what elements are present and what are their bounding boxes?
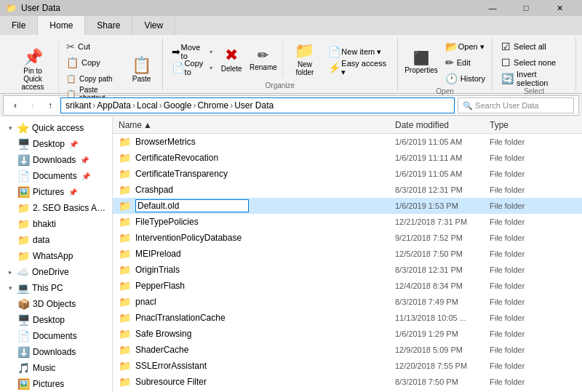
back-button[interactable]: ‹: [8, 98, 23, 113]
path-local[interactable]: Local: [137, 100, 158, 111]
tab-file[interactable]: File: [0, 16, 38, 35]
path-appdata[interactable]: AppData: [97, 100, 131, 111]
sidebar-item-onedrive[interactable]: ▸ ☁️ OneDrive: [0, 264, 112, 280]
table-row[interactable]: 📁CertificateRevocation1/6/2019 11:11 AMF…: [113, 150, 582, 166]
table-row[interactable]: 📁Safe Browsing1/6/2019 1:29 PMFile folde…: [113, 326, 582, 342]
documents-icon: 📄: [17, 170, 30, 182]
search-box[interactable]: 🔍 Search User Data: [458, 97, 574, 113]
new-item-button[interactable]: 📄 New item ▾: [325, 44, 391, 59]
tab-view[interactable]: View: [132, 16, 175, 35]
table-row[interactable]: 📁PnaclTranslationCache11/13/2018 10:05 .…: [113, 310, 582, 326]
header-type[interactable]: Type: [490, 120, 555, 130]
table-row[interactable]: 📁InterventionPolicyDatabase9/21/2018 7:5…: [113, 230, 582, 246]
sidebar-item-whatsapp[interactable]: 📁 WhatsApp: [0, 248, 112, 264]
invert-selection-button[interactable]: 🔄 Invert selection: [498, 71, 570, 86]
table-row[interactable]: 📁1/6/2019 1:53 PMFile folder: [113, 198, 582, 214]
window-icon: 📁: [6, 3, 17, 13]
table-row[interactable]: 📁FileTypePolicies12/21/2018 7:31 PMFile …: [113, 214, 582, 230]
copy-path-button[interactable]: 📋 Copy path: [63, 71, 124, 86]
table-row[interactable]: 📁Crashpad8/3/2018 12:31 PMFile folder: [113, 182, 582, 198]
table-row[interactable]: 📁SSLErrorAssistant12/20/2018 7:55 PMFile…: [113, 358, 582, 374]
window-title: User Data: [21, 3, 60, 13]
delete-button[interactable]: ✖ Delete: [217, 39, 246, 80]
maximize-button[interactable]: □: [509, 0, 543, 16]
clipboard-content: 📌 Pin to Quickaccess ✂ Cut 📋 Copy: [12, 39, 156, 101]
onedrive-arrow: ▸: [9, 268, 12, 276]
sidebar-item-documents[interactable]: 📄 Documents 📌: [0, 168, 112, 184]
header-size[interactable]: Size: [555, 120, 582, 130]
table-row[interactable]: 📁Subresource Filter8/3/2018 7:50 PMFile …: [113, 374, 582, 390]
folder-icon: 📁: [119, 312, 131, 324]
copy-path-icon: 📋: [66, 74, 76, 84]
close-button[interactable]: ✕: [543, 0, 576, 16]
file-type-cell: File folder: [490, 169, 555, 178]
sidebar-item-3dobjects[interactable]: 📦 3D Objects: [0, 296, 112, 312]
path-chrome[interactable]: Chrome: [197, 100, 228, 111]
forward-button[interactable]: ›: [25, 98, 40, 113]
table-row[interactable]: 📁MEIPreload12/5/2018 7:50 PMFile folder: [113, 246, 582, 262]
sidebar-item-music[interactable]: 🎵 Music: [0, 360, 112, 376]
path-srikant[interactable]: srikant: [65, 100, 91, 111]
sidebar-item-bhakti[interactable]: 📁 bhakti: [0, 216, 112, 232]
open-icon: 📂: [445, 41, 458, 52]
file-date-cell: 1/6/2019 11:05 AM: [395, 169, 490, 178]
onedrive-icon: ☁️: [17, 266, 29, 278]
cut-button[interactable]: ✂ Cut: [63, 39, 124, 54]
file-type-cell: File folder: [490, 265, 555, 274]
tab-home[interactable]: Home: [38, 16, 85, 35]
select-content: ☑ Select all ☐ Select none 🔄 Invert sele…: [498, 39, 570, 86]
music-icon: 🎵: [17, 362, 30, 374]
rename-button[interactable]: ✏ Rename: [247, 39, 279, 80]
copy-to-button[interactable]: 📄 Copy to ▾: [169, 60, 216, 75]
table-row[interactable]: 📁OriginTrials8/3/2018 12:31 PMFile folde…: [113, 262, 582, 278]
file-name-cell: 📁InterventionPolicyDatabase: [119, 232, 395, 244]
file-name-cell: 📁PnaclTranslationCache: [119, 312, 395, 324]
paste-icon: 📋: [132, 57, 151, 73]
select-none-button[interactable]: ☐ Select none: [498, 55, 570, 70]
table-row[interactable]: 📁BrowserMetrics1/6/2019 11:05 AMFile fol…: [113, 134, 582, 150]
sidebar-item-pictures[interactable]: 🖼️ Pictures 📌: [0, 184, 112, 200]
file-type-cell: File folder: [490, 185, 555, 194]
rename-input[interactable]: [135, 199, 249, 212]
tab-share[interactable]: Share: [85, 16, 132, 35]
sidebar-item-pc-downloads[interactable]: ⬇️ Downloads: [0, 344, 112, 360]
sidebar-item-pc-pictures[interactable]: 🖼️ Pictures: [0, 376, 112, 392]
sidebar-item-seo[interactable]: 📁 2. SEO Basics And Ir: [0, 200, 112, 216]
sidebar-item-pc-desktop[interactable]: 🖥️ Desktop: [0, 312, 112, 328]
path-userdata[interactable]: User Data: [234, 100, 274, 111]
move-to-button[interactable]: ➡ Move to ▾: [169, 44, 216, 59]
file-label: BrowserMetrics: [135, 137, 196, 147]
ribbon-group-organize: ➡ Move to ▾ 📄 Copy to ▾ ✖ Delete ✏: [163, 38, 399, 90]
minimize-button[interactable]: —: [476, 0, 509, 16]
new-folder-button[interactable]: 📁 New folder: [286, 39, 324, 80]
edit-button[interactable]: ✏ Edit: [442, 55, 488, 70]
up-button[interactable]: ↑: [43, 98, 57, 113]
table-row[interactable]: 📁PepperFlash12/4/2018 8:34 PMFile folder: [113, 278, 582, 294]
table-row[interactable]: 📁pnacl8/3/2018 7:49 PMFile folder: [113, 294, 582, 310]
sidebar-item-data[interactable]: 📁 data: [0, 232, 112, 248]
header-date[interactable]: Date modified: [395, 120, 490, 130]
pin-to-quick-access-button[interactable]: 📌 Pin to Quickaccess: [12, 50, 54, 91]
path-google[interactable]: Google: [164, 100, 192, 111]
sidebar-item-downloads[interactable]: ⬇️ Downloads 📌: [0, 152, 112, 168]
folder-icon: 📁: [119, 184, 131, 196]
table-row[interactable]: 📁CertificateTransparency1/6/2019 11:05 A…: [113, 166, 582, 182]
sidebar-item-pc-documents[interactable]: 📄 Documents: [0, 328, 112, 344]
easy-access-button[interactable]: ⚡ Easy access ▾: [325, 60, 391, 75]
file-label: CertificateTransparency: [135, 169, 228, 179]
sidebar-item-quick-access[interactable]: ▾ ⭐ Quick access: [0, 120, 112, 136]
sidebar-item-desktop[interactable]: 🖥️ Desktop 📌: [0, 136, 112, 152]
file-type-cell: File folder: [490, 313, 555, 322]
select-all-button[interactable]: ☑ Select all: [498, 39, 570, 54]
address-path[interactable]: srikant › AppData › Local › Google › Chr…: [60, 97, 455, 113]
open-button[interactable]: 📂 Open ▾: [442, 39, 488, 54]
history-button[interactable]: 🕐 History: [442, 71, 488, 86]
paste-button[interactable]: 📋 Paste: [127, 50, 156, 91]
file-label: pnacl: [135, 297, 156, 307]
table-row[interactable]: 📁ShaderCache12/9/2018 5:09 PMFile folder: [113, 342, 582, 358]
copy-button[interactable]: 📋 Copy: [63, 55, 124, 70]
properties-button[interactable]: ⬛ Properties: [402, 42, 441, 83]
sidebar-item-this-pc[interactable]: ▾ 💻 This PC: [0, 280, 112, 296]
file-type-cell: File folder: [490, 249, 555, 258]
header-name[interactable]: Name ▲: [119, 120, 395, 130]
